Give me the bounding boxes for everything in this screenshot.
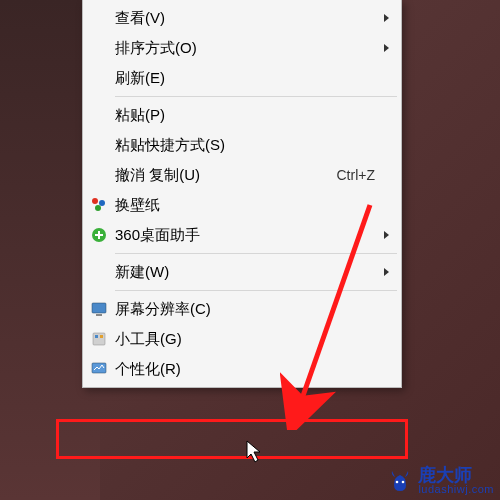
menu-item-resolution[interactable]: 屏幕分辨率(C) [85, 294, 399, 324]
menu-item-new[interactable]: 新建(W) [85, 257, 399, 287]
chevron-right-icon [384, 44, 389, 52]
monitor-icon [90, 300, 108, 318]
menu-shortcut: Ctrl+Z [337, 167, 376, 183]
chevron-right-icon [384, 231, 389, 239]
menu-item-undo[interactable]: 撤消 复制(U) Ctrl+Z [85, 160, 399, 190]
menu-label: 排序方式(O) [115, 39, 384, 58]
menu-label: 粘贴(P) [115, 106, 393, 125]
watermark-url: ludashiwj.com [418, 484, 494, 496]
watermark-name: 鹿大师 [418, 466, 494, 485]
menu-label: 个性化(R) [115, 360, 393, 379]
svg-rect-4 [92, 303, 106, 313]
menu-item-paste[interactable]: 粘贴(P) [85, 100, 399, 130]
menu-item-personalize[interactable]: 个性化(R) [85, 354, 399, 384]
svg-point-12 [402, 480, 405, 483]
menu-label: 刷新(E) [115, 69, 393, 88]
menu-separator [115, 290, 397, 291]
svg-rect-7 [95, 335, 98, 338]
svg-point-2 [95, 205, 101, 211]
menu-label: 撤消 复制(U) [115, 166, 337, 185]
wallpaper-icon [90, 196, 108, 214]
chevron-right-icon [384, 268, 389, 276]
menu-label: 360桌面助手 [115, 226, 384, 245]
gadget-icon [90, 330, 108, 348]
svg-rect-6 [93, 333, 105, 345]
helper-icon [90, 226, 108, 244]
svg-point-11 [396, 480, 399, 483]
menu-separator [115, 253, 397, 254]
menu-item-gadgets[interactable]: 小工具(G) [85, 324, 399, 354]
menu-label: 新建(W) [115, 263, 384, 282]
menu-separator [115, 96, 397, 97]
menu-item-360helper[interactable]: 360桌面助手 [85, 220, 399, 250]
svg-rect-5 [96, 314, 102, 316]
menu-label: 粘贴快捷方式(S) [115, 136, 393, 155]
desktop-context-menu: 查看(V) 排序方式(O) 刷新(E) 粘贴(P) 粘贴快捷方式(S) 撤消 复… [82, 0, 402, 388]
menu-label: 屏幕分辨率(C) [115, 300, 393, 319]
chevron-right-icon [384, 14, 389, 22]
watermark: 鹿大师 ludashiwj.com [386, 466, 494, 496]
svg-point-1 [99, 200, 105, 206]
menu-label: 换壁纸 [115, 196, 393, 215]
svg-point-0 [92, 198, 98, 204]
menu-item-view[interactable]: 查看(V) [85, 3, 399, 33]
annotation-highlight-box [56, 419, 408, 459]
menu-item-sort[interactable]: 排序方式(O) [85, 33, 399, 63]
menu-label: 小工具(G) [115, 330, 393, 349]
deer-logo-icon [386, 467, 414, 495]
svg-rect-8 [100, 335, 103, 338]
menu-item-paste-shortcut[interactable]: 粘贴快捷方式(S) [85, 130, 399, 160]
personalize-icon [90, 360, 108, 378]
menu-item-wallpaper[interactable]: 换壁纸 [85, 190, 399, 220]
menu-item-refresh[interactable]: 刷新(E) [85, 63, 399, 93]
menu-label: 查看(V) [115, 9, 384, 28]
cursor-icon [246, 440, 266, 466]
